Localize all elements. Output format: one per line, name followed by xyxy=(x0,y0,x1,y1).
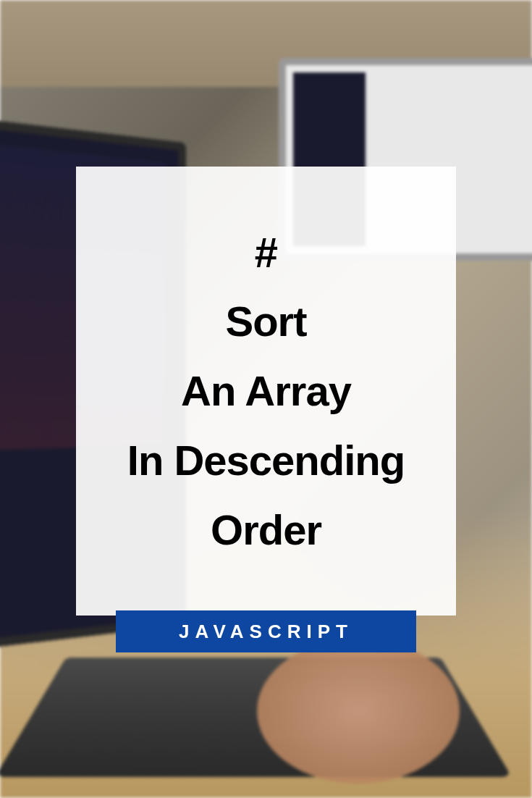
title-line-2: An Array xyxy=(181,367,351,414)
title-text: # Sort An Array In Descending Order xyxy=(127,218,405,564)
title-line-4: Order xyxy=(211,506,321,553)
category-badge: JAVASCRIPT xyxy=(116,610,416,652)
title-line-1: Sort xyxy=(226,298,307,345)
title-card: # Sort An Array In Descending Order xyxy=(76,167,456,616)
category-badge-label: JAVASCRIPT xyxy=(179,621,353,643)
hash-symbol: # xyxy=(255,229,277,276)
title-line-3: In Descending xyxy=(127,437,405,484)
background-hands xyxy=(257,639,460,784)
